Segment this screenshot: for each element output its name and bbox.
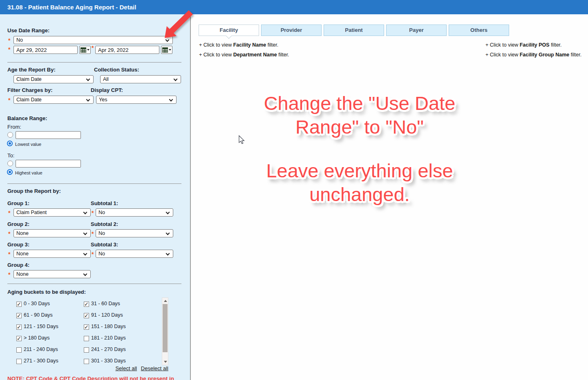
filter-charges-by-select[interactable]: Claim Date: [13, 96, 94, 104]
department-name-filter-link[interactable]: + Click to view Department Name filter.: [199, 52, 289, 58]
bucket-label: 91 - 120 Days: [91, 312, 123, 318]
date-from-calendar-button[interactable]: [79, 46, 91, 54]
bucket-label: 0 - 30 Days: [24, 301, 50, 306]
bucket-checkbox[interactable]: [84, 313, 89, 318]
display-cpt-value: Yes: [99, 97, 107, 103]
group2-value: None: [16, 230, 29, 236]
balance-lowest-radio[interactable]: [7, 141, 13, 146]
filter-charges-by-value: Claim Date: [16, 97, 42, 103]
age-report-by-select[interactable]: Claim Date: [13, 75, 94, 83]
chevron-down-icon: [83, 272, 87, 276]
tab-others[interactable]: Others: [449, 25, 509, 36]
balance-from-value-radio[interactable]: [7, 132, 13, 138]
group4-value: None: [16, 271, 29, 277]
filter-charges-by-label: Filter Charges by:: [7, 87, 53, 93]
date-from-input[interactable]: [13, 46, 78, 54]
balance-to-input[interactable]: [16, 160, 81, 168]
balance-from-label: From:: [7, 124, 21, 130]
title-bar: 31.08 - Patient Balance Aging Report - D…: [0, 0, 588, 14]
use-date-range-select[interactable]: No: [13, 36, 173, 44]
scrollbar-thumb[interactable]: [163, 304, 168, 352]
calendar-dropdown-caret: [169, 49, 171, 51]
required-asterisk: *: [8, 251, 10, 257]
balance-to-label: To:: [7, 152, 14, 159]
facility-pos-filter-link[interactable]: + Click to view Facility POS filter.: [485, 42, 562, 48]
bucket-checkbox[interactable]: [16, 347, 22, 353]
bucket-checkbox[interactable]: [84, 359, 89, 364]
required-asterisk: *: [8, 210, 10, 216]
scroll-up-icon[interactable]: [164, 300, 167, 302]
group1-select[interactable]: Claim Patient: [13, 208, 91, 217]
subtotal1-value: No: [98, 210, 105, 215]
date-to-input[interactable]: [95, 46, 159, 54]
bucket-checkbox[interactable]: [84, 324, 89, 330]
calendar-dropdown-caret: [87, 49, 89, 51]
tab-facility[interactable]: Facility: [199, 25, 259, 36]
page-title: 31.08 - Patient Balance Aging Report - D…: [7, 4, 136, 11]
chevron-down-icon: [165, 38, 170, 42]
aging-buckets-label: Aging buckets to be displayed:: [7, 289, 86, 295]
link-bold: Facility POS: [520, 42, 550, 48]
tab-label: Provider: [281, 27, 302, 33]
use-date-range-label: Use Date Range:: [7, 27, 49, 34]
cpt-note: NOTE: CPT Code & CPT Code Description wi…: [7, 376, 187, 380]
bucket-label: > 180 Days: [24, 335, 50, 341]
balance-highest-radio[interactable]: [7, 169, 13, 175]
chevron-down-icon: [86, 98, 90, 102]
bucket-checkbox[interactable]: [16, 313, 22, 318]
facility-group-name-filter-link[interactable]: + Click to view Facility Group Name filt…: [485, 52, 581, 58]
tab-label: Patient: [345, 27, 362, 33]
bucket-label: 121 - 150 Days: [24, 324, 58, 329]
bucket-checkbox[interactable]: [16, 336, 22, 341]
chevron-down-icon: [83, 252, 87, 256]
deselect-all-link[interactable]: Deselect all: [141, 365, 168, 371]
bucket-checkbox[interactable]: [84, 336, 89, 341]
link-text: filter.: [266, 42, 278, 48]
select-all-link[interactable]: Select all: [115, 365, 137, 371]
link-text: + Click to view: [199, 42, 233, 48]
chevron-down-icon: [166, 252, 170, 256]
link-bold: Facility Name: [233, 42, 266, 48]
tab-provider[interactable]: Provider: [261, 25, 322, 36]
tab-payer[interactable]: Payer: [386, 25, 447, 36]
subtotal2-label: Subtotal 2:: [91, 221, 118, 227]
required-asterisk: *: [92, 45, 94, 51]
required-asterisk: *: [8, 46, 10, 53]
group1-value: Claim Patient: [16, 210, 47, 215]
balance-to-value-radio[interactable]: [7, 161, 13, 166]
subtotal3-select[interactable]: No: [96, 250, 173, 258]
group2-select[interactable]: None: [13, 229, 91, 237]
annotation-line: unchanged.: [241, 183, 478, 206]
bucket-label: 151 - 180 Days: [91, 324, 126, 329]
tab-patient[interactable]: Patient: [324, 25, 384, 36]
chevron-down-icon: [166, 210, 170, 215]
subtotal2-select[interactable]: No: [96, 229, 173, 237]
bucket-checkbox[interactable]: [84, 302, 89, 307]
display-cpt-label: Display CPT:: [91, 87, 123, 93]
calendar-icon: [162, 47, 168, 53]
chevron-down-icon: [86, 77, 90, 81]
display-cpt-select[interactable]: Yes: [96, 96, 177, 104]
group4-label: Group 4:: [7, 262, 29, 268]
date-to-calendar-button[interactable]: [161, 46, 172, 54]
collection-status-select[interactable]: All: [100, 75, 181, 83]
group3-select[interactable]: None: [13, 250, 91, 258]
group4-select[interactable]: None: [13, 270, 91, 278]
bucket-checkbox[interactable]: [16, 324, 22, 330]
panel-divider: [190, 14, 191, 380]
facility-name-filter-link[interactable]: + Click to view Facility Name filter.: [199, 42, 278, 48]
scroll-down-icon[interactable]: [164, 361, 167, 363]
subtotal1-select[interactable]: No: [96, 208, 173, 217]
subtotal3-label: Subtotal 3:: [91, 241, 118, 248]
required-asterisk: *: [8, 230, 10, 237]
balance-from-input[interactable]: [16, 131, 81, 139]
bucket-checkbox[interactable]: [84, 347, 89, 353]
bucket-checkbox[interactable]: [16, 302, 22, 307]
balance-highest-label: Highest value: [15, 170, 42, 175]
bucket-list-scrollbar[interactable]: [162, 297, 168, 365]
link-text: filter.: [277, 52, 289, 58]
chevron-down-icon: [169, 98, 173, 102]
bucket-checkbox[interactable]: [16, 359, 22, 364]
filter-tabs: Facility Provider Patient Payer Others: [199, 25, 509, 36]
link-text: + Click to view: [485, 42, 520, 48]
